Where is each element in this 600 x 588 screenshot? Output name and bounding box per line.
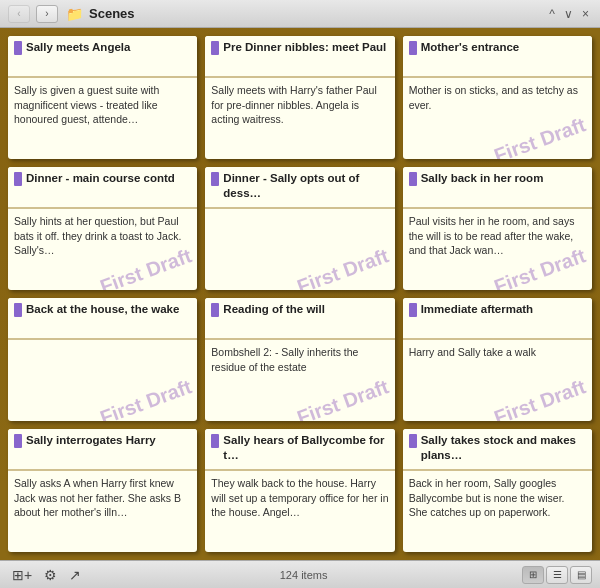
grid-view-button[interactable]: ⊞ <box>522 566 544 584</box>
card-11[interactable]: Sally hears of Ballycombe for t…They wal… <box>205 429 394 552</box>
list-view-button[interactable]: ☰ <box>546 566 568 584</box>
card-body: They walk back to the house. Harry will … <box>205 471 394 552</box>
card-title: Immediate aftermath <box>421 302 533 317</box>
card-pin <box>211 172 219 186</box>
titlebar-title: Scenes <box>89 6 540 21</box>
titlebar-controls: ^ ∨ × <box>546 5 592 23</box>
expand-button[interactable]: ∨ <box>561 5 576 23</box>
folder-icon: 📁 <box>66 6 83 22</box>
card-body: Paul visits her in he room, and says the… <box>403 209 592 290</box>
titlebar: ‹ › 📁 Scenes ^ ∨ × <box>0 0 600 28</box>
draft-watermark: First Draft <box>294 244 391 290</box>
card-12[interactable]: Sally takes stock and makes plans…Back i… <box>403 429 592 552</box>
card-title: Dinner - main course contd <box>26 171 175 186</box>
export-button[interactable]: ↗ <box>65 565 85 585</box>
card-title: Reading of the will <box>223 302 325 317</box>
back-button[interactable]: ‹ <box>8 5 30 23</box>
card-body: Harry and Sally take a walk <box>403 340 592 421</box>
card-title: Sally takes stock and makes plans… <box>421 433 586 463</box>
card-4[interactable]: Dinner - main course contdSally hints at… <box>8 167 197 290</box>
card-title: Sally back in her room <box>421 171 544 186</box>
card-2[interactable]: Pre Dinner nibbles: meet PaulSally meets… <box>205 36 394 159</box>
close-button[interactable]: × <box>579 5 592 23</box>
settings-button[interactable]: ⚙ <box>40 565 61 585</box>
card-3[interactable]: Mother's entranceMother is on sticks, an… <box>403 36 592 159</box>
card-pin <box>14 172 22 186</box>
card-pin <box>14 41 22 55</box>
item-count: 124 items <box>89 569 518 581</box>
card-title: Sally meets Angela <box>26 40 130 55</box>
card-6[interactable]: Sally back in her roomPaul visits her in… <box>403 167 592 290</box>
card-body: Mother is on sticks, and as tetchy as ev… <box>403 78 592 159</box>
card-pin <box>211 303 219 317</box>
card-title: Sally hears of Ballycombe for t… <box>223 433 388 463</box>
card-7[interactable]: Back at the house, the wakeFirst Draft <box>8 298 197 421</box>
card-pin <box>409 303 417 317</box>
card-pin <box>14 434 22 448</box>
card-title: Back at the house, the wake <box>26 302 179 317</box>
view-buttons: ⊞ ☰ ▤ <box>522 566 592 584</box>
forward-button[interactable]: › <box>36 5 58 23</box>
card-body: Back in her room, Sally googles Ballycom… <box>403 471 592 552</box>
card-title: Pre Dinner nibbles: meet Paul <box>223 40 386 55</box>
card-8[interactable]: Reading of the willBombshell 2: - Sally … <box>205 298 394 421</box>
outline-view-button[interactable]: ▤ <box>570 566 592 584</box>
card-body: Sally meets with Harry's father Paul for… <box>205 78 394 159</box>
card-pin <box>409 434 417 448</box>
card-9[interactable]: Immediate aftermathHarry and Sally take … <box>403 298 592 421</box>
card-5[interactable]: Dinner - Sally opts out of dess…First Dr… <box>205 167 394 290</box>
card-body: Sally hints at her question, but Paul ba… <box>8 209 197 290</box>
collapse-button[interactable]: ^ <box>546 5 558 23</box>
card-pin <box>211 434 219 448</box>
card-body: Sally is given a guest suite with magnif… <box>8 78 197 159</box>
draft-watermark: First Draft <box>97 375 194 421</box>
corkboard: Sally meets AngelaSally is given a guest… <box>0 28 600 560</box>
card-1[interactable]: Sally meets AngelaSally is given a guest… <box>8 36 197 159</box>
card-title: Sally interrogates Harry <box>26 433 156 448</box>
add-button[interactable]: ⊞+ <box>8 565 36 585</box>
card-title: Mother's entrance <box>421 40 520 55</box>
card-10[interactable]: Sally interrogates HarrySally asks A whe… <box>8 429 197 552</box>
card-pin <box>409 172 417 186</box>
card-pin <box>409 41 417 55</box>
card-body: Sally asks A when Harry first knew Jack … <box>8 471 197 552</box>
card-pin <box>14 303 22 317</box>
bottom-toolbar: ⊞+ ⚙ ↗ 124 items ⊞ ☰ ▤ <box>0 560 600 588</box>
card-body: Bombshell 2: - Sally inherits the residu… <box>205 340 394 421</box>
card-pin <box>211 41 219 55</box>
card-title: Dinner - Sally opts out of dess… <box>223 171 388 201</box>
